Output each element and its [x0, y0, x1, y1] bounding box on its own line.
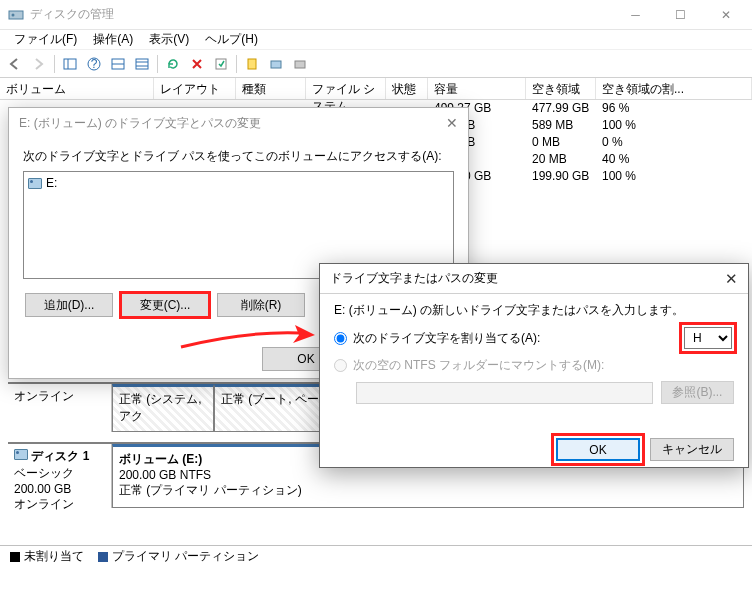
drive-icon — [14, 449, 28, 460]
drive-icon — [28, 178, 42, 189]
app-icon — [8, 7, 24, 23]
col-free[interactable]: 空き領域 — [526, 78, 596, 99]
close-button[interactable]: ✕ — [703, 1, 748, 29]
menu-help[interactable]: ヘルプ(H) — [197, 29, 266, 50]
help-icon[interactable]: ? — [83, 53, 105, 75]
menu-bar: ファイル(F) 操作(A) 表示(V) ヘルプ(H) — [0, 30, 752, 50]
window-title: ディスクの管理 — [30, 6, 613, 23]
mount-folder-label: 次の空の NTFS フォルダーにマウントする(M): — [353, 357, 604, 374]
svg-rect-2 — [64, 59, 76, 69]
close-icon[interactable]: ✕ — [725, 270, 738, 288]
volume-list-header: ボリューム レイアウト 種類 ファイル システム 状態 容量 空き領域 空き領域… — [0, 78, 752, 100]
col-status[interactable]: 状態 — [386, 78, 428, 99]
minimize-button[interactable]: ─ — [613, 1, 658, 29]
list-item[interactable]: E: — [28, 176, 449, 190]
remove-button[interactable]: 削除(R) — [217, 293, 305, 317]
col-fs[interactable]: ファイル システム — [306, 78, 386, 99]
view-detail-icon[interactable] — [131, 53, 153, 75]
view-pane-icon[interactable] — [59, 53, 81, 75]
toolbar: ? — [0, 50, 752, 78]
col-pct[interactable]: 空き領域の割... — [596, 78, 752, 99]
mount-folder-radio[interactable] — [334, 359, 347, 372]
col-volume[interactable]: ボリューム — [0, 78, 154, 99]
properties-icon[interactable] — [210, 53, 232, 75]
change-button[interactable]: 変更(C)... — [121, 293, 209, 317]
menu-view[interactable]: 表示(V) — [141, 29, 197, 50]
browse-button: 参照(B)... — [661, 381, 734, 404]
mount-folder-input — [356, 382, 653, 404]
col-layout[interactable]: レイアウト — [154, 78, 236, 99]
svg-rect-13 — [271, 61, 281, 68]
dialog-title: ドライブ文字またはパスの変更 — [330, 270, 498, 287]
col-type[interactable]: 種類 — [236, 78, 306, 99]
detach-icon[interactable] — [289, 53, 311, 75]
assign-letter-label: 次のドライブ文字を割り当てる(A): — [353, 330, 540, 347]
cancel-button[interactable]: キャンセル — [650, 438, 734, 461]
back-button[interactable] — [4, 53, 26, 75]
new-icon[interactable] — [241, 53, 263, 75]
menu-file[interactable]: ファイル(F) — [6, 29, 85, 50]
prompt-label: E: (ボリューム) の新しいドライブ文字またはパスを入力します。 — [334, 302, 734, 319]
svg-rect-8 — [136, 59, 148, 69]
add-button[interactable]: 追加(D)... — [25, 293, 113, 317]
delete-icon[interactable] — [186, 53, 208, 75]
col-capacity[interactable]: 容量 — [428, 78, 526, 99]
svg-text:?: ? — [91, 57, 98, 71]
attach-icon[interactable] — [265, 53, 287, 75]
title-bar: ディスクの管理 ─ ☐ ✕ — [0, 0, 752, 30]
assign-letter-radio[interactable] — [334, 332, 347, 345]
svg-rect-0 — [9, 11, 23, 19]
partition-system[interactable]: 正常 (システム, アク — [112, 384, 214, 432]
drive-letter-select[interactable]: H — [684, 327, 732, 349]
dialog-title: E: (ボリューム) のドライブ文字とパスの変更 — [19, 115, 261, 132]
menu-action[interactable]: 操作(A) — [85, 29, 141, 50]
refresh-icon[interactable] — [162, 53, 184, 75]
svg-rect-11 — [216, 59, 226, 69]
svg-point-1 — [12, 13, 15, 16]
disk-0-label[interactable]: オンライン — [8, 384, 112, 432]
legend: 未割り当て プライマリ パーティション — [0, 545, 752, 567]
close-icon[interactable]: ✕ — [446, 115, 458, 131]
maximize-button[interactable]: ☐ — [658, 1, 703, 29]
svg-rect-14 — [295, 61, 305, 68]
forward-button[interactable] — [28, 53, 50, 75]
view-list-icon[interactable] — [107, 53, 129, 75]
disk-1-label[interactable]: ディスク 1 ベーシック 200.00 GB オンライン — [8, 444, 112, 508]
ok-button[interactable]: OK — [556, 438, 640, 461]
svg-rect-12 — [248, 59, 256, 69]
access-label: 次のドライブ文字とドライブ パスを使ってこのボリュームにアクセスする(A): — [23, 148, 454, 165]
change-drive-letter-dialog: ドライブ文字またはパスの変更 ✕ E: (ボリューム) の新しいドライブ文字また… — [319, 263, 749, 468]
